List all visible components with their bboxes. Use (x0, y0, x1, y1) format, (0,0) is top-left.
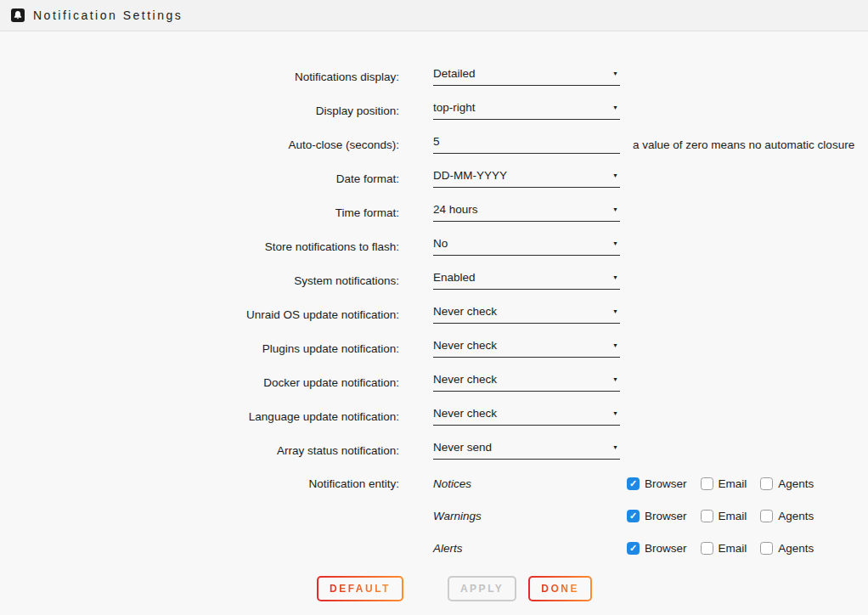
language-update-select[interactable]: Never check ▼ (433, 407, 620, 426)
chevron-down-icon: ▼ (612, 240, 618, 246)
field-label: Notifications display: (0, 71, 399, 83)
select-value: Never send (433, 441, 492, 454)
form-row: Plugins update notification: Never check… (0, 331, 868, 365)
select-value: top-right (433, 101, 476, 114)
notification-settings-form: Notifications display: Detailed ▼ Displa… (0, 31, 868, 601)
field-label: Array status notification: (0, 444, 399, 457)
chevron-down-icon: ▼ (612, 342, 618, 348)
button-row: DEFAULT APPLY DONE (317, 576, 868, 601)
entity-name: Warnings (433, 510, 627, 522)
field-label: Language update notification: (0, 410, 399, 423)
checkbox-icon[interactable] (701, 542, 713, 555)
select-value: Never check (433, 339, 497, 352)
form-row: Language update notification: Never chec… (0, 399, 868, 433)
entity-name: Notices (433, 477, 627, 490)
checkbox-icon[interactable] (627, 542, 640, 555)
entity-name: Alerts (433, 542, 627, 555)
default-button[interactable]: DEFAULT (317, 576, 403, 601)
input-value: 5 (433, 135, 440, 148)
chevron-down-icon: ▼ (612, 104, 618, 110)
entity-row-alerts: Alerts Browser Email Agents (0, 532, 868, 564)
unraid-os-update-select[interactable]: Never check ▼ (433, 305, 620, 324)
chevron-down-icon: ▼ (612, 274, 618, 280)
field-label: Docker update notification: (0, 376, 399, 389)
select-value: No (433, 237, 448, 250)
array-status-select[interactable]: Never send ▼ (433, 441, 620, 460)
form-row: Unraid OS update notification: Never che… (0, 297, 868, 331)
page-title: Notification Settings (33, 8, 183, 22)
field-label: Time format: (0, 206, 399, 219)
display-position-select[interactable]: top-right ▼ (433, 101, 620, 120)
checkbox-icon[interactable] (760, 542, 773, 555)
form-row: Date format: DD-MM-YYYY ▼ (0, 161, 868, 195)
apply-button[interactable]: APPLY (448, 576, 516, 601)
notices-browser-checkbox[interactable]: Browser (627, 477, 687, 490)
form-row: Notifications display: Detailed ▼ (0, 59, 868, 93)
alerts-email-checkbox[interactable]: Email (701, 542, 747, 555)
form-row: System notifications: Enabled ▼ (0, 263, 868, 297)
done-button[interactable]: DONE (528, 576, 592, 601)
chevron-down-icon: ▼ (612, 376, 618, 382)
notification-bell-icon (11, 8, 25, 22)
checkbox-icon[interactable] (760, 477, 773, 490)
warnings-browser-checkbox[interactable]: Browser (627, 510, 687, 522)
form-row: Docker update notification: Never check … (0, 365, 868, 399)
chevron-down-icon: ▼ (612, 410, 618, 416)
entity-row-notices: Notification entity: Notices Browser Ema… (0, 467, 868, 499)
alerts-agents-checkbox[interactable]: Agents (760, 542, 814, 555)
select-value: Never check (433, 305, 497, 318)
chevron-down-icon: ▼ (612, 206, 618, 212)
auto-close-note: a value of zero means no automatic closu… (633, 138, 854, 151)
select-value: Never check (433, 373, 497, 386)
field-label: Plugins update notification: (0, 342, 399, 355)
field-label: Display position: (0, 104, 399, 117)
select-value: Detailed (433, 67, 476, 80)
entity-row-warnings: Warnings Browser Email Agents (0, 499, 868, 532)
field-label: Unraid OS update notification: (0, 308, 399, 321)
docker-update-select[interactable]: Never check ▼ (433, 373, 620, 392)
form-row: Array status notification: Never send ▼ (0, 433, 868, 467)
field-label: Date format: (0, 172, 399, 185)
checkbox-icon[interactable] (701, 477, 713, 490)
checkbox-icon[interactable] (701, 510, 713, 522)
auto-close-input[interactable]: 5 (433, 135, 620, 154)
alerts-browser-checkbox[interactable]: Browser (627, 542, 687, 555)
chevron-down-icon: ▼ (612, 172, 618, 178)
warnings-agents-checkbox[interactable]: Agents (760, 510, 814, 522)
store-notifications-flash-select[interactable]: No ▼ (433, 237, 620, 256)
field-label: Store notifications to flash: (0, 240, 399, 253)
chevron-down-icon: ▼ (612, 444, 618, 450)
field-label: Auto-close (seconds): (0, 138, 399, 151)
page-header: Notification Settings (0, 0, 868, 31)
checkbox-icon[interactable] (760, 510, 773, 522)
form-row: Display position: top-right ▼ (0, 93, 868, 127)
chevron-down-icon: ▼ (612, 308, 618, 314)
form-row: Time format: 24 hours ▼ (0, 195, 868, 229)
checkbox-icon[interactable] (627, 477, 640, 490)
chevron-down-icon: ▼ (612, 71, 618, 76)
system-notifications-select[interactable]: Enabled ▼ (433, 271, 620, 290)
select-value: 24 hours (433, 203, 478, 216)
date-format-select[interactable]: DD-MM-YYYY ▼ (433, 169, 620, 188)
time-format-select[interactable]: 24 hours ▼ (433, 203, 620, 222)
warnings-email-checkbox[interactable]: Email (701, 510, 747, 522)
select-value: Never check (433, 407, 497, 420)
form-row: Auto-close (seconds): 5 a value of zero … (0, 127, 868, 161)
select-value: DD-MM-YYYY (433, 169, 507, 182)
field-label: Notification entity: (0, 477, 399, 490)
field-label: System notifications: (0, 274, 399, 287)
form-row: Store notifications to flash: No ▼ (0, 229, 868, 263)
notices-email-checkbox[interactable]: Email (701, 477, 747, 490)
notifications-display-select[interactable]: Detailed ▼ (433, 67, 620, 86)
select-value: Enabled (433, 271, 476, 284)
notices-agents-checkbox[interactable]: Agents (760, 477, 814, 490)
checkbox-icon[interactable] (627, 510, 640, 522)
plugins-update-select[interactable]: Never check ▼ (433, 339, 620, 358)
